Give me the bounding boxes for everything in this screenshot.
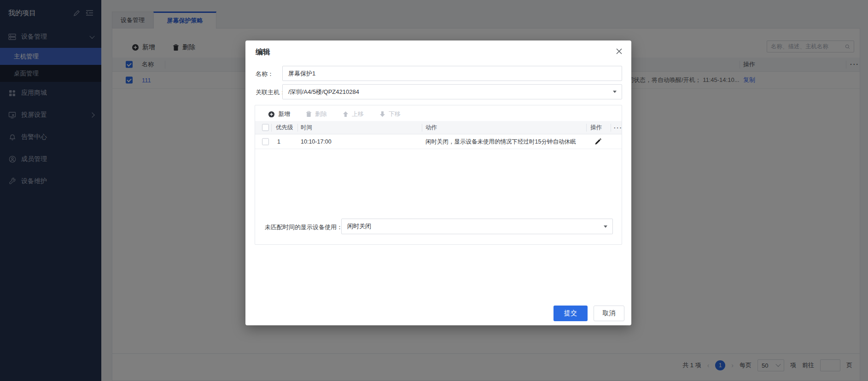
arrow-down-icon — [379, 111, 385, 117]
dialog-title: 编辑 — [256, 47, 270, 57]
column-header-action: 动作 — [425, 124, 437, 132]
edit-pencil-icon[interactable] — [594, 138, 601, 145]
submit-button[interactable]: 提交 — [553, 306, 588, 321]
caret-down-icon — [604, 225, 607, 228]
move-down-button[interactable]: 下移 — [379, 110, 401, 118]
fallback-select[interactable]: 闲时关闭 — [341, 219, 613, 234]
close-icon[interactable] — [613, 45, 625, 57]
policy-delete-label: 删除 — [315, 110, 327, 118]
name-field-label: 名称： — [256, 70, 274, 78]
plus-circle-icon — [268, 111, 275, 118]
move-down-label: 下移 — [389, 110, 401, 118]
policy-panel: 新增 删除 上移 下移 优先级 时间 动作 操作 — [255, 105, 622, 245]
move-up-button[interactable]: 上移 — [343, 110, 364, 118]
policy-time: 10:10-17:00 — [301, 139, 332, 145]
policy-toolbar: 新增 删除 上移 下移 — [268, 109, 401, 119]
host-field-label: 关联主机： — [256, 88, 285, 97]
name-field[interactable] — [282, 66, 622, 81]
policy-select-all-checkbox[interactable] — [262, 124, 269, 131]
policy-table-header: 优先级 时间 动作 操作 ··· — [255, 121, 622, 134]
move-up-label: 上移 — [352, 110, 364, 118]
host-select-value: /深圳/A4/5楼/QPZ4210284 — [288, 88, 359, 96]
policy-row-checkbox[interactable] — [262, 138, 269, 145]
column-header-priority: 优先级 — [276, 124, 293, 132]
arrow-up-icon — [343, 111, 349, 117]
policy-add-button[interactable]: 新增 — [268, 110, 290, 118]
column-settings-icon[interactable]: ··· — [614, 124, 623, 131]
column-header-time: 时间 — [301, 124, 312, 132]
policy-table-row: 1 10:10-17:00 闲时关闭，显示设备未使用的情况下经过时15分钟自动休… — [255, 134, 622, 149]
fallback-select-value: 闲时关闭 — [347, 222, 371, 231]
trash-icon — [306, 111, 312, 117]
fallback-field-label: 未匹配时间的显示设备使用： — [265, 223, 343, 231]
column-header-ops: 操作 — [590, 124, 602, 132]
caret-down-icon — [613, 91, 617, 93]
edit-dialog: 编辑 名称： 关联主机： /深圳/A4/5楼/QPZ4210284 新增 删除 … — [245, 40, 631, 325]
policy-action: 闲时关闭，显示设备未使用的情况下经过时15分钟自动休眠 — [425, 138, 582, 145]
policy-add-label: 新增 — [278, 110, 290, 118]
policy-delete-button[interactable]: 删除 — [306, 110, 327, 118]
host-select[interactable]: /深圳/A4/5楼/QPZ4210284 — [282, 84, 622, 99]
cancel-button[interactable]: 取消 — [594, 306, 624, 321]
policy-priority: 1 — [277, 139, 280, 145]
